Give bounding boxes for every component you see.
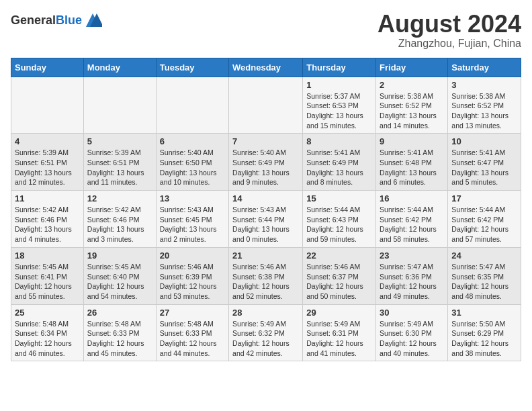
day-detail: Sunrise: 5:44 AM Sunset: 6:43 PM Dayligh…	[306, 205, 372, 244]
day-number: 11	[15, 193, 80, 203]
calendar-cell: 28Sunrise: 5:49 AM Sunset: 6:32 PM Dayli…	[229, 304, 303, 361]
day-number: 20	[160, 250, 225, 261]
day-number: 8	[306, 136, 372, 146]
day-detail: Sunrise: 5:47 AM Sunset: 6:35 PM Dayligh…	[451, 262, 517, 302]
calendar-cell: 26Sunrise: 5:48 AM Sunset: 6:33 PM Dayli…	[83, 304, 156, 361]
day-number: 5	[87, 136, 152, 146]
day-number: 22	[306, 250, 372, 261]
calendar-cell: 3Sunrise: 5:38 AM Sunset: 6:52 PM Daylig…	[448, 77, 521, 134]
day-detail: Sunrise: 5:41 AM Sunset: 6:48 PM Dayligh…	[380, 148, 444, 187]
weekday-header-row: SundayMondayTuesdayWednesdayThursdayFrid…	[11, 58, 521, 77]
day-detail: Sunrise: 5:46 AM Sunset: 6:37 PM Dayligh…	[306, 262, 372, 302]
day-number: 13	[160, 193, 225, 203]
calendar-cell: 12Sunrise: 5:42 AM Sunset: 6:46 PM Dayli…	[83, 191, 156, 248]
calendar-cell: 13Sunrise: 5:43 AM Sunset: 6:45 PM Dayli…	[156, 191, 228, 248]
day-detail: Sunrise: 5:48 AM Sunset: 6:33 PM Dayligh…	[87, 319, 152, 359]
calendar-cell: 9Sunrise: 5:41 AM Sunset: 6:48 PM Daylig…	[376, 134, 448, 191]
day-detail: Sunrise: 5:49 AM Sunset: 6:32 PM Dayligh…	[232, 319, 299, 359]
day-detail: Sunrise: 5:39 AM Sunset: 6:51 PM Dayligh…	[15, 148, 80, 187]
calendar-cell: 10Sunrise: 5:41 AM Sunset: 6:47 PM Dayli…	[448, 134, 521, 191]
day-detail: Sunrise: 5:49 AM Sunset: 6:31 PM Dayligh…	[306, 319, 372, 359]
week-row-5: 25Sunrise: 5:48 AM Sunset: 6:34 PM Dayli…	[11, 304, 521, 361]
weekday-header-friday: Friday	[376, 58, 448, 77]
day-detail: Sunrise: 5:37 AM Sunset: 6:53 PM Dayligh…	[306, 91, 372, 131]
day-number: 12	[87, 193, 152, 203]
day-number: 28	[232, 308, 299, 318]
day-detail: Sunrise: 5:38 AM Sunset: 6:52 PM Dayligh…	[451, 91, 517, 131]
day-detail: Sunrise: 5:43 AM Sunset: 6:45 PM Dayligh…	[160, 205, 225, 244]
calendar-cell: 23Sunrise: 5:47 AM Sunset: 6:36 PM Dayli…	[376, 247, 448, 304]
calendar-cell: 30Sunrise: 5:49 AM Sunset: 6:30 PM Dayli…	[376, 304, 448, 361]
weekday-header-monday: Monday	[83, 58, 156, 77]
day-number: 23	[380, 250, 444, 261]
calendar-cell: 14Sunrise: 5:43 AM Sunset: 6:44 PM Dayli…	[229, 191, 303, 248]
logo-icon	[83, 11, 102, 30]
calendar-cell: 8Sunrise: 5:41 AM Sunset: 6:49 PM Daylig…	[303, 134, 376, 191]
calendar-cell: 6Sunrise: 5:40 AM Sunset: 6:50 PM Daylig…	[156, 134, 228, 191]
day-number: 18	[15, 250, 80, 261]
week-row-1: 1Sunrise: 5:37 AM Sunset: 6:53 PM Daylig…	[11, 77, 521, 134]
weekday-header-thursday: Thursday	[303, 58, 376, 77]
day-detail: Sunrise: 5:47 AM Sunset: 6:36 PM Dayligh…	[380, 262, 444, 302]
day-detail: Sunrise: 5:50 AM Sunset: 6:29 PM Dayligh…	[451, 319, 517, 359]
day-number: 30	[380, 308, 444, 318]
calendar-cell: 29Sunrise: 5:49 AM Sunset: 6:31 PM Dayli…	[303, 304, 376, 361]
day-detail: Sunrise: 5:45 AM Sunset: 6:41 PM Dayligh…	[15, 262, 80, 302]
calendar-cell: 17Sunrise: 5:44 AM Sunset: 6:42 PM Dayli…	[448, 191, 521, 248]
day-number: 31	[451, 308, 517, 318]
day-detail: Sunrise: 5:42 AM Sunset: 6:46 PM Dayligh…	[15, 205, 80, 244]
day-detail: Sunrise: 5:49 AM Sunset: 6:30 PM Dayligh…	[380, 319, 444, 359]
week-row-2: 4Sunrise: 5:39 AM Sunset: 6:51 PM Daylig…	[11, 134, 521, 191]
day-detail: Sunrise: 5:38 AM Sunset: 6:52 PM Dayligh…	[380, 91, 444, 131]
calendar-cell: 11Sunrise: 5:42 AM Sunset: 6:46 PM Dayli…	[11, 191, 84, 248]
logo: GeneralBlue	[11, 11, 102, 30]
week-row-3: 11Sunrise: 5:42 AM Sunset: 6:46 PM Dayli…	[11, 191, 521, 248]
day-detail: Sunrise: 5:48 AM Sunset: 6:33 PM Dayligh…	[160, 319, 225, 359]
calendar-cell: 4Sunrise: 5:39 AM Sunset: 6:51 PM Daylig…	[11, 134, 84, 191]
day-number: 24	[451, 250, 517, 261]
day-detail: Sunrise: 5:40 AM Sunset: 6:50 PM Dayligh…	[160, 148, 225, 187]
day-detail: Sunrise: 5:42 AM Sunset: 6:46 PM Dayligh…	[87, 205, 152, 244]
calendar-cell	[11, 77, 84, 134]
day-detail: Sunrise: 5:44 AM Sunset: 6:42 PM Dayligh…	[380, 205, 444, 244]
day-number: 2	[380, 80, 444, 90]
calendar-cell: 7Sunrise: 5:40 AM Sunset: 6:49 PM Daylig…	[229, 134, 303, 191]
day-detail: Sunrise: 5:44 AM Sunset: 6:42 PM Dayligh…	[451, 205, 517, 244]
day-number: 14	[232, 193, 299, 203]
calendar-table: SundayMondayTuesdayWednesdayThursdayFrid…	[11, 58, 521, 362]
day-number: 27	[160, 308, 225, 318]
calendar-cell: 16Sunrise: 5:44 AM Sunset: 6:42 PM Dayli…	[376, 191, 448, 248]
calendar-cell: 19Sunrise: 5:45 AM Sunset: 6:40 PM Dayli…	[83, 247, 156, 304]
day-number: 21	[232, 250, 299, 261]
calendar-cell: 5Sunrise: 5:39 AM Sunset: 6:51 PM Daylig…	[83, 134, 156, 191]
day-number: 4	[15, 136, 80, 146]
calendar-cell: 1Sunrise: 5:37 AM Sunset: 6:53 PM Daylig…	[303, 77, 376, 134]
logo-general: General	[11, 13, 56, 27]
location-subtitle: Zhangzhou, Fujian, China	[378, 38, 521, 50]
header: GeneralBlue August 2024 Zhangzhou, Fujia…	[11, 11, 521, 50]
week-row-4: 18Sunrise: 5:45 AM Sunset: 6:41 PM Dayli…	[11, 247, 521, 304]
day-number: 17	[451, 193, 517, 203]
calendar-cell	[229, 77, 303, 134]
day-number: 29	[306, 308, 372, 318]
day-number: 6	[160, 136, 225, 146]
weekday-header-wednesday: Wednesday	[229, 58, 303, 77]
weekday-header-sunday: Sunday	[11, 58, 84, 77]
title-area: August 2024 Zhangzhou, Fujian, China	[378, 11, 521, 50]
calendar-cell: 27Sunrise: 5:48 AM Sunset: 6:33 PM Dayli…	[156, 304, 228, 361]
day-detail: Sunrise: 5:41 AM Sunset: 6:49 PM Dayligh…	[306, 148, 372, 187]
calendar-cell	[83, 77, 156, 134]
calendar-cell: 20Sunrise: 5:46 AM Sunset: 6:39 PM Dayli…	[156, 247, 228, 304]
calendar-cell: 22Sunrise: 5:46 AM Sunset: 6:37 PM Dayli…	[303, 247, 376, 304]
day-number: 19	[87, 250, 152, 261]
day-number: 7	[232, 136, 299, 146]
logo-blue: Blue	[56, 13, 82, 27]
calendar-cell	[156, 77, 228, 134]
calendar-cell: 18Sunrise: 5:45 AM Sunset: 6:41 PM Dayli…	[11, 247, 84, 304]
day-number: 16	[380, 193, 444, 203]
day-detail: Sunrise: 5:41 AM Sunset: 6:47 PM Dayligh…	[451, 148, 517, 187]
weekday-header-tuesday: Tuesday	[156, 58, 228, 77]
day-detail: Sunrise: 5:40 AM Sunset: 6:49 PM Dayligh…	[232, 148, 299, 187]
day-number: 15	[306, 193, 372, 203]
day-detail: Sunrise: 5:43 AM Sunset: 6:44 PM Dayligh…	[232, 205, 299, 244]
